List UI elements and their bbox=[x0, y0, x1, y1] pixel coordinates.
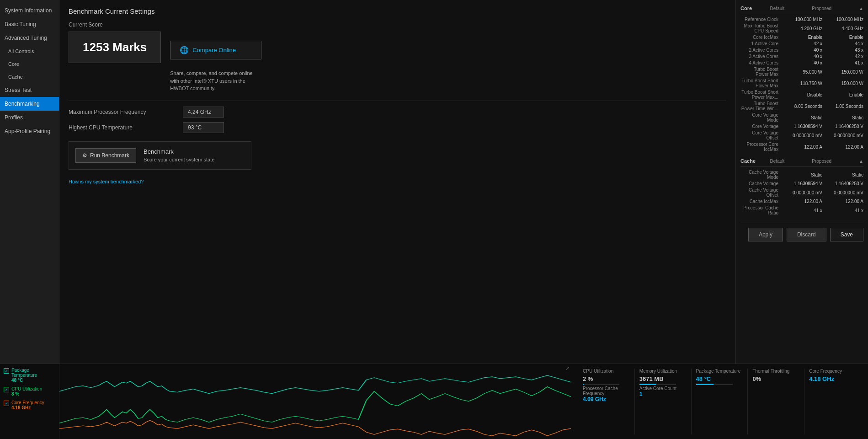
legend-value: 8 % bbox=[11, 391, 42, 396]
stat-title: Memory Utilization bbox=[639, 369, 687, 374]
stat-value: 0% bbox=[752, 375, 799, 382]
apply-button[interactable]: Apply bbox=[748, 228, 783, 241]
max-freq-value: 4.24 GHz bbox=[183, 107, 224, 118]
legend-item: Package Temperature 48 °C bbox=[4, 368, 55, 383]
sidebar-item-core[interactable]: Core bbox=[0, 58, 59, 70]
right-panel: Core Default Proposed ▲ Reference Clock … bbox=[735, 0, 868, 364]
core-row-default: 95.000 W bbox=[781, 70, 822, 75]
benchmarked-link[interactable]: How is my system benchmarked? bbox=[69, 179, 144, 184]
cache-row-default: 0.0000000 mV bbox=[781, 190, 822, 195]
core-row-proposed: 1.16406250 V bbox=[822, 124, 863, 129]
discard-button[interactable]: Discard bbox=[787, 228, 826, 241]
legend-checkbox[interactable] bbox=[4, 368, 9, 374]
core-row-default: Static bbox=[781, 115, 822, 120]
compare-description: Share, compare, and compete online with … bbox=[170, 70, 261, 92]
legend-item: CPU Utilization 8 % bbox=[4, 386, 55, 396]
cache-row-label: Cache Voltage Mode bbox=[740, 170, 781, 180]
core-row-default: Enable bbox=[781, 35, 822, 40]
core-row-label: Core Voltage bbox=[740, 124, 781, 129]
core-row-default: 0.0000000 mV bbox=[781, 133, 822, 138]
core-row-default: 40 x bbox=[781, 54, 822, 59]
legend-label: Package Temperature bbox=[11, 368, 55, 378]
cache-row-proposed: Static bbox=[822, 172, 863, 177]
cache-proposed-col: Proposed bbox=[812, 159, 831, 164]
max-freq-label: Maximum Processor Frequency bbox=[69, 109, 178, 115]
core-row-proposed: 4.400 GHz bbox=[822, 26, 863, 31]
cache-panel-row: Cache Voltage Offset 0.0000000 mV 0.0000… bbox=[740, 187, 863, 198]
magnify-icon[interactable]: ⤢ bbox=[565, 366, 569, 371]
score-box: 1253 Marks bbox=[69, 32, 161, 63]
core-row-proposed: Static bbox=[822, 115, 863, 120]
legend-checkbox[interactable] bbox=[4, 387, 9, 392]
compare-icon: 🌐 bbox=[180, 46, 189, 54]
sidebar-item-stress-test[interactable]: Stress Test bbox=[0, 83, 59, 97]
core-row-default: 4.200 GHz bbox=[781, 26, 822, 31]
core-collapse-icon[interactable]: ▲ bbox=[859, 6, 863, 11]
stat-sub-value: 1 bbox=[639, 391, 687, 397]
core-panel-row: Turbo Boost Power Max 95.000 W 150.000 W bbox=[740, 67, 863, 77]
sidebar-item-cache[interactable]: Cache bbox=[0, 70, 59, 83]
core-row-label: Reference Clock bbox=[740, 17, 781, 22]
stat-title: Thermal Throttling bbox=[752, 369, 799, 374]
core-panel-row: Max Turbo Boost CPU Speed 4.200 GHz 4.40… bbox=[740, 23, 863, 33]
legend-value: 48 °C bbox=[11, 378, 55, 383]
core-row-label: 3 Active Cores bbox=[740, 54, 781, 59]
cache-collapse-icon[interactable]: ▲ bbox=[859, 159, 863, 164]
core-row-default: 42 x bbox=[781, 41, 822, 46]
core-panel-row: 2 Active Cores 40 x 43 x bbox=[740, 48, 863, 53]
sidebar-item-all-controls[interactable]: All Controls bbox=[0, 45, 59, 58]
core-row-default: 8.00 Seconds bbox=[781, 104, 822, 109]
legend-label: CPU Utilization bbox=[11, 386, 42, 391]
core-panel-row: Turbo Boost Power Time Win... 8.00 Secon… bbox=[740, 101, 863, 111]
cache-row-default: 1.16308594 V bbox=[781, 181, 822, 186]
legend-label: Core Frequency bbox=[11, 400, 44, 405]
current-score-label: Current Score bbox=[69, 21, 726, 28]
compare-online-button[interactable]: 🌐 Compare Online bbox=[170, 41, 261, 59]
cache-row-proposed: 1.16406250 V bbox=[822, 181, 863, 186]
bench-sub: Score your current system state bbox=[144, 157, 214, 162]
page-title: Benchmark Current Settings bbox=[69, 7, 726, 15]
cache-row-label: Processor Cache Ratio bbox=[740, 205, 781, 215]
monitor-stat-group: CPU Utilization 2 % Processor Cache Freq… bbox=[578, 369, 634, 434]
temp-line bbox=[59, 375, 571, 394]
core-row-proposed: 0.0000000 mV bbox=[822, 133, 863, 138]
progress-bar bbox=[696, 384, 733, 385]
core-row-label: Turbo Boost Short Power Max bbox=[740, 78, 781, 88]
cache-rows: Cache Voltage Mode Static Static Cache V… bbox=[740, 170, 863, 215]
cache-row-default: 122.00 A bbox=[781, 199, 822, 204]
monitor-stat-group: Thermal Throttling 0% bbox=[747, 369, 804, 434]
stat-value: 48 °C bbox=[696, 375, 743, 382]
core-row-default: 40 x bbox=[781, 60, 822, 65]
core-row-proposed: 100.000 MHz bbox=[822, 17, 863, 22]
monitor-chart: ⤢ bbox=[59, 364, 571, 439]
core-panel-row: 4 Active Cores 40 x 41 x bbox=[740, 60, 863, 65]
core-row-proposed: Enable bbox=[822, 92, 863, 97]
run-icon: ⚙ bbox=[82, 152, 87, 159]
sidebar-item-app-profile[interactable]: App-Profile Pairing bbox=[0, 124, 59, 138]
core-panel-row: Processor Core IccMax 122.00 A 122.00 A bbox=[740, 142, 863, 152]
sidebar-item-profiles[interactable]: Profiles bbox=[0, 111, 59, 124]
bench-title: Benchmark bbox=[144, 148, 214, 155]
sidebar-item-basic-tuning[interactable]: Basic Tuning bbox=[0, 17, 59, 31]
core-row-label: 4 Active Cores bbox=[740, 60, 781, 65]
save-button[interactable]: Save bbox=[830, 228, 863, 241]
core-row-label: Turbo Boost Short Power Max... bbox=[740, 90, 781, 100]
core-row-label: Core Voltage Offset bbox=[740, 130, 781, 140]
cache-row-proposed: 41 x bbox=[822, 208, 863, 213]
cpu-line bbox=[59, 387, 571, 423]
benchmark-section: ⚙ Run Benchmark Benchmark Score your cur… bbox=[69, 141, 251, 170]
stat-sub-value: 4.09 GHz bbox=[583, 396, 630, 402]
sidebar-item-system-info[interactable]: System Information bbox=[0, 4, 59, 17]
core-row-label: 2 Active Cores bbox=[740, 48, 781, 53]
core-panel-row: Core Voltage 1.16308594 V 1.16406250 V bbox=[740, 124, 863, 129]
highest-temp-row: Highest CPU Temperature 93 °C bbox=[69, 122, 726, 133]
sidebar-item-advanced-tuning[interactable]: Advanced Tuning bbox=[0, 31, 59, 45]
legend-checkbox[interactable] bbox=[4, 401, 9, 406]
core-panel-row: Turbo Boost Short Power Max... Disable E… bbox=[740, 90, 863, 100]
cache-row-label: Cache Voltage Offset bbox=[740, 187, 781, 198]
stat-sub-title: Active Core Count bbox=[639, 386, 687, 391]
sidebar-item-benchmarking[interactable]: Benchmarking bbox=[0, 97, 59, 111]
core-panel-row: Core Voltage Offset 0.0000000 mV 0.00000… bbox=[740, 130, 863, 140]
run-benchmark-button[interactable]: ⚙ Run Benchmark bbox=[75, 148, 136, 163]
score-row: 1253 Marks 🌐 Compare Online Share, compa… bbox=[69, 32, 726, 92]
